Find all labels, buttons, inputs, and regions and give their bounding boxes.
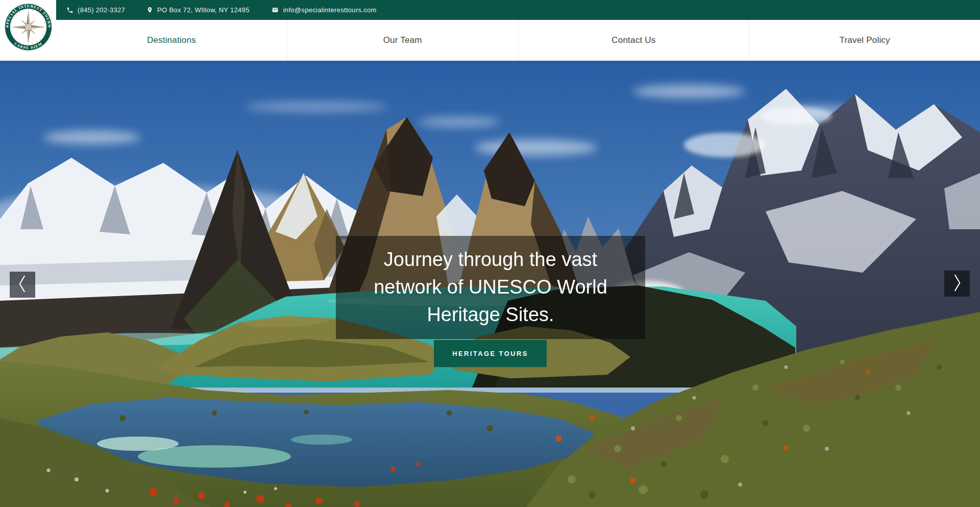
phone-icon xyxy=(66,7,74,14)
topbar-phone-text: (845) 202-3327 xyxy=(78,6,125,14)
location-pin-icon xyxy=(146,6,153,14)
hero-section: Journey through the vast network of UNES… xyxy=(0,61,980,507)
compass-logo-icon: SPECIAL INTEREST TOURS CARPE DIEM xyxy=(4,2,53,53)
nav-item-travel-policy[interactable]: Travel Policy xyxy=(749,20,980,60)
carousel-next-button[interactable] xyxy=(944,271,970,297)
nav-item-contact-us[interactable]: Contact Us xyxy=(518,20,749,60)
chevron-right-icon xyxy=(950,273,964,294)
topbar-email[interactable]: info@specialinteresttours.com xyxy=(271,6,377,14)
hero-headline: Journey through the vast network of UNES… xyxy=(336,246,645,329)
hero-quote-overlay: Journey through the vast network of UNES… xyxy=(336,236,645,339)
nav-item-destinations[interactable]: Destinations xyxy=(56,20,287,60)
envelope-icon xyxy=(271,7,279,13)
brand-logo[interactable]: SPECIAL INTEREST TOURS CARPE DIEM xyxy=(0,0,56,60)
topbar-address-text: PO Box 72, WIllow, NY 12495 xyxy=(157,6,250,14)
topbar-email-text: info@specialinteresttours.com xyxy=(283,6,377,14)
chevron-left-icon xyxy=(16,274,29,295)
topbar-address[interactable]: PO Box 72, WIllow, NY 12495 xyxy=(146,6,250,14)
page: (845) 202-3327 PO Box 72, WIllow, NY 124… xyxy=(0,0,980,507)
topbar: (845) 202-3327 PO Box 72, WIllow, NY 124… xyxy=(0,0,980,20)
heritage-tours-button[interactable]: HERITAGE TOURS xyxy=(434,340,547,367)
topbar-phone[interactable]: (845) 202-3327 xyxy=(66,6,125,14)
carousel-prev-button[interactable] xyxy=(10,272,35,298)
main-nav: Destinations Our Team Contact Us Travel … xyxy=(0,20,980,61)
nav-item-our-team[interactable]: Our Team xyxy=(287,20,518,60)
